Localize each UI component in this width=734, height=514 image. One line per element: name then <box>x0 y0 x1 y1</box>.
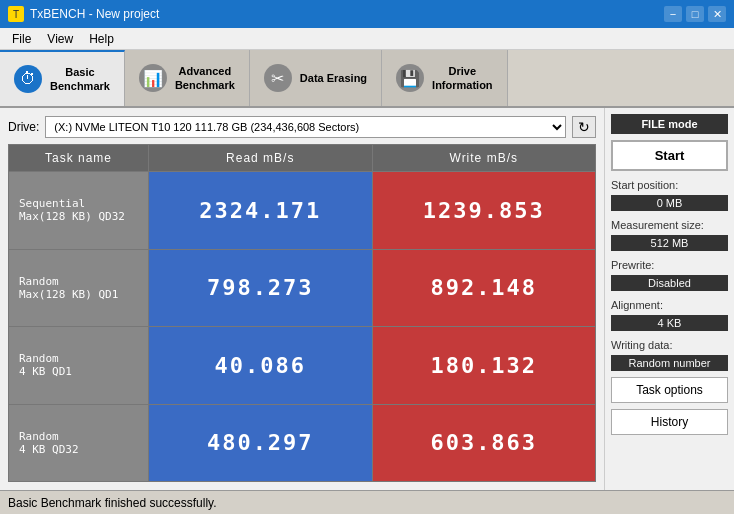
writing-data-value: Random number <box>611 355 728 371</box>
table-row: Random Max(128 KB) QD1 798.273 892.148 <box>9 249 596 327</box>
table-row: Sequential Max(128 KB) QD32 2324.171 123… <box>9 172 596 250</box>
status-bar: Basic Benchmark finished successfully. <box>0 490 734 514</box>
measurement-size-value: 512 MB <box>611 235 728 251</box>
window-controls: − □ ✕ <box>664 6 726 22</box>
col-write: Write mB/s <box>372 145 596 172</box>
read-cell-2: 40.086 <box>149 327 373 405</box>
drive-label: Drive: <box>8 120 39 134</box>
refresh-button[interactable]: ↻ <box>572 116 596 138</box>
toolbar-advanced-benchmark[interactable]: 📊 AdvancedBenchmark <box>125 50 250 106</box>
read-cell-1: 798.273 <box>149 249 373 327</box>
col-read: Read mB/s <box>149 145 373 172</box>
file-mode-button[interactable]: FILE mode <box>611 114 728 134</box>
task-cell-2: Random 4 KB QD1 <box>9 327 149 405</box>
toolbar-drive-information[interactable]: 💾 DriveInformation <box>382 50 508 106</box>
status-message: Basic Benchmark finished successfully. <box>8 496 217 510</box>
history-button[interactable]: History <box>611 409 728 435</box>
maximize-button[interactable]: □ <box>686 6 704 22</box>
read-cell-3: 480.297 <box>149 404 373 482</box>
drive-row: Drive: (X:) NVMe LITEON T10 120 111.78 G… <box>8 116 596 138</box>
close-button[interactable]: ✕ <box>708 6 726 22</box>
task-cell-1: Random Max(128 KB) QD1 <box>9 249 149 327</box>
write-cell-0: 1239.853 <box>372 172 596 250</box>
advanced-benchmark-icon: 📊 <box>139 64 167 92</box>
start-position-label: Start position: <box>611 179 728 191</box>
menu-file[interactable]: File <box>4 30 39 48</box>
prewrite-value: Disabled <box>611 275 728 291</box>
benchmark-table: Task name Read mB/s Write mB/s Sequentia… <box>8 144 596 482</box>
toolbar-basic-benchmark[interactable]: ⏱ BasicBenchmark <box>0 50 125 106</box>
advanced-benchmark-label: AdvancedBenchmark <box>175 64 235 93</box>
menu-view[interactable]: View <box>39 30 81 48</box>
task-cell-3: Random 4 KB QD32 <box>9 404 149 482</box>
task-cell-0: Sequential Max(128 KB) QD32 <box>9 172 149 250</box>
table-row: Random 4 KB QD32 480.297 603.863 <box>9 404 596 482</box>
measurement-size-label: Measurement size: <box>611 219 728 231</box>
task-options-button[interactable]: Task options <box>611 377 728 403</box>
drive-select[interactable]: (X:) NVMe LITEON T10 120 111.78 GB (234,… <box>45 116 566 138</box>
write-cell-2: 180.132 <box>372 327 596 405</box>
menu-help[interactable]: Help <box>81 30 122 48</box>
data-erasing-icon: ✂ <box>264 64 292 92</box>
basic-benchmark-icon: ⏱ <box>14 65 42 93</box>
col-task-name: Task name <box>9 145 149 172</box>
alignment-label: Alignment: <box>611 299 728 311</box>
write-cell-1: 892.148 <box>372 249 596 327</box>
menu-bar: File View Help <box>0 28 734 50</box>
writing-data-label: Writing data: <box>611 339 728 351</box>
minimize-button[interactable]: − <box>664 6 682 22</box>
drive-information-label: DriveInformation <box>432 64 493 93</box>
prewrite-label: Prewrite: <box>611 259 728 271</box>
window-title: TxBENCH - New project <box>30 7 159 21</box>
basic-benchmark-label: BasicBenchmark <box>50 65 110 94</box>
right-panel: FILE mode Start Start position: 0 MB Mea… <box>604 108 734 490</box>
table-row: Random 4 KB QD1 40.086 180.132 <box>9 327 596 405</box>
app-icon: T <box>8 6 24 22</box>
alignment-value: 4 KB <box>611 315 728 331</box>
toolbar-data-erasing[interactable]: ✂ Data Erasing <box>250 50 382 106</box>
content-area: Drive: (X:) NVMe LITEON T10 120 111.78 G… <box>0 108 734 490</box>
drive-information-icon: 💾 <box>396 64 424 92</box>
title-bar: T TxBENCH - New project − □ ✕ <box>0 0 734 28</box>
start-position-value: 0 MB <box>611 195 728 211</box>
data-erasing-label: Data Erasing <box>300 71 367 85</box>
start-button[interactable]: Start <box>611 140 728 171</box>
write-cell-3: 603.863 <box>372 404 596 482</box>
toolbar: ⏱ BasicBenchmark 📊 AdvancedBenchmark ✂ D… <box>0 50 734 108</box>
read-cell-0: 2324.171 <box>149 172 373 250</box>
title-bar-left: T TxBENCH - New project <box>8 6 159 22</box>
main-panel: Drive: (X:) NVMe LITEON T10 120 111.78 G… <box>0 108 604 490</box>
